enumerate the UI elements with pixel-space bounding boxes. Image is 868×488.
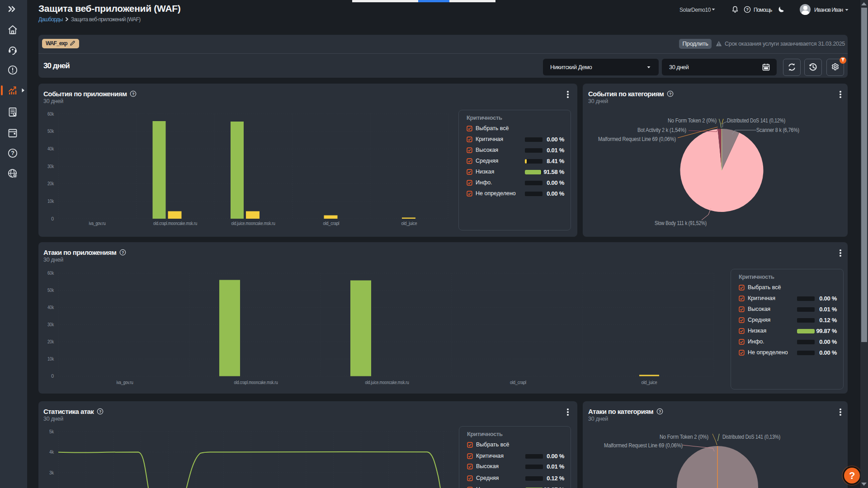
- svg-text:?: ?: [746, 7, 749, 12]
- svg-text:30k: 30k: [47, 322, 54, 327]
- svg-text:old.crapl.mooncake.msk.ru: old.crapl.mooncake.msk.ru: [153, 221, 197, 226]
- svg-text:No Form Token 2 (0%): No Form Token 2 (0%): [668, 117, 717, 124]
- svg-text:No Form Token 2 (0%): No Form Token 2 (0%): [660, 434, 708, 440]
- svg-text:50k: 50k: [47, 287, 54, 293]
- svg-text:20k: 20k: [47, 339, 54, 344]
- svg-text:40k: 40k: [47, 146, 54, 151]
- svg-text:old.crapl.mooncake.msk.ru: old.crapl.mooncake.msk.ru: [234, 380, 278, 385]
- svg-text:Malformed Request Line 69 (0,0: Malformed Request Line 69 (0,06%): [598, 136, 676, 142]
- svg-text:?: ?: [99, 409, 101, 414]
- svg-text:?: ?: [659, 409, 661, 414]
- svg-text:?: ?: [669, 92, 671, 96]
- svg-text:3k: 3k: [49, 470, 54, 475]
- svg-text:5k: 5k: [49, 429, 54, 434]
- svg-text:Malformed Request Line 69 (0,0: Malformed Request Line 69 (0,06%): [604, 442, 683, 449]
- svg-text:10k: 10k: [47, 198, 54, 204]
- svg-text:10k: 10k: [47, 356, 54, 361]
- svg-text:4k: 4k: [49, 449, 54, 455]
- svg-text:iva_gov.ru: iva_gov.ru: [89, 221, 106, 226]
- svg-text:20k: 20k: [47, 181, 54, 186]
- svg-text:?: ?: [132, 92, 134, 96]
- svg-text:old_juice: old_juice: [642, 380, 658, 385]
- svg-text:50k: 50k: [47, 128, 54, 134]
- svg-text:old.juice.mooncake.msk.ru: old.juice.mooncake.msk.ru: [365, 380, 409, 385]
- svg-text:40k: 40k: [47, 305, 54, 310]
- svg-text:Bot Activity 2 k (1,54%): Bot Activity 2 k (1,54%): [637, 127, 686, 133]
- svg-text:Slow Body 111 k (91,52%): Slow Body 111 k (91,52%): [655, 220, 707, 226]
- svg-text:0: 0: [51, 216, 54, 221]
- svg-text:Distributed DoS 141 (0,12%): Distributed DoS 141 (0,12%): [727, 117, 785, 124]
- svg-text:0: 0: [51, 373, 54, 379]
- svg-text:30k: 30k: [47, 164, 54, 169]
- svg-text:60k: 60k: [47, 111, 54, 117]
- svg-text:old.juice.mooncake.msk.ru: old.juice.mooncake.msk.ru: [231, 221, 275, 226]
- svg-text:Scanner 8 k (6,76%): Scanner 8 k (6,76%): [756, 127, 799, 133]
- svg-text:?: ?: [122, 250, 124, 255]
- svg-text:old_crapl: old_crapl: [510, 380, 526, 385]
- svg-text:Distributed DoS 141 (0,13%): Distributed DoS 141 (0,13%): [722, 434, 780, 440]
- svg-text:old_crapl: old_crapl: [323, 221, 340, 226]
- svg-text:60k: 60k: [47, 270, 54, 276]
- svg-text:old_juice: old_juice: [401, 221, 418, 226]
- svg-text:iva_gov.ru: iva_gov.ru: [117, 380, 133, 385]
- svg-text:?: ?: [11, 150, 14, 156]
